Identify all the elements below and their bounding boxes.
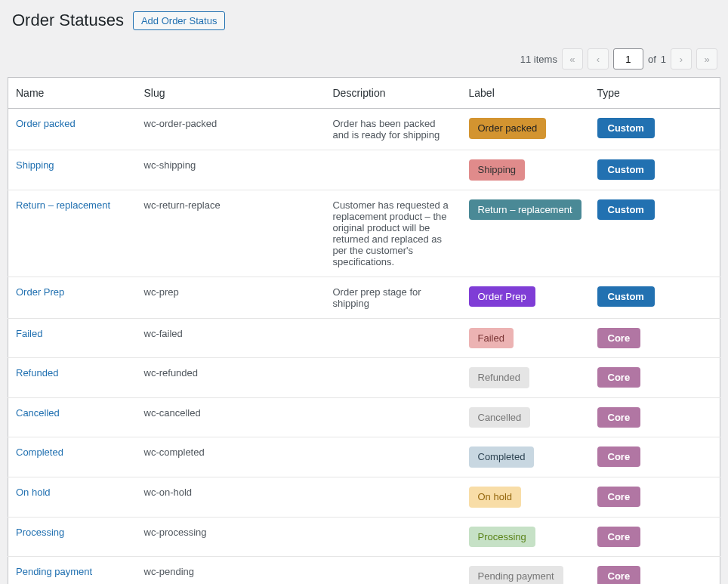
status-label-badge: Cancelled: [469, 407, 531, 428]
status-label-badge: Shipping: [469, 159, 526, 181]
row-name-link[interactable]: Cancelled: [16, 407, 60, 419]
type-badge: Core: [597, 328, 641, 348]
row-slug: wc-return-replace: [137, 190, 325, 277]
type-badge: Core: [597, 407, 641, 428]
table-row: On holdwc-on-holdOn holdCore: [8, 477, 720, 517]
table-row: Refundedwc-refundedRefundedCore: [8, 358, 720, 398]
items-count: 11 items: [520, 54, 557, 65]
row-slug: wc-failed: [137, 318, 325, 358]
row-slug: wc-shipping: [137, 150, 325, 190]
row-slug: wc-cancelled: [137, 397, 325, 437]
table-header-row: Name Slug Description Label Type: [8, 78, 720, 109]
type-badge: Core: [597, 367, 641, 388]
col-description: Description: [325, 78, 461, 109]
table-row: Pending paymentwc-pendingPending payment…: [8, 557, 720, 584]
total-pages: 1: [661, 54, 666, 65]
row-slug: wc-prep: [137, 277, 325, 318]
status-label-badge: Completed: [469, 446, 535, 468]
type-badge: Custom: [597, 118, 655, 138]
col-label: Label: [461, 78, 590, 109]
last-page-button[interactable]: »: [696, 48, 717, 70]
table-row: Order packedwc-order-packedOrder has bee…: [8, 109, 720, 150]
col-type: Type: [590, 78, 720, 109]
of-label: of: [648, 54, 656, 65]
status-label-badge: On hold: [469, 487, 522, 508]
row-name-link[interactable]: Order packed: [16, 118, 76, 129]
row-name-link[interactable]: Order Prep: [16, 286, 64, 298]
type-badge: Custom: [597, 199, 655, 220]
add-order-status-button[interactable]: Add Order Status: [133, 11, 225, 30]
page-header: Order Statuses Add Order Status: [12, 11, 720, 30]
row-slug: wc-on-hold: [137, 477, 325, 517]
type-badge: Core: [597, 487, 641, 507]
order-statuses-table: Name Slug Description Label Type Order p…: [8, 77, 720, 584]
row-name-link[interactable]: On hold: [16, 487, 51, 498]
row-description: [325, 397, 461, 437]
row-description: [325, 437, 461, 477]
type-badge: Core: [597, 446, 641, 467]
type-badge: Custom: [597, 159, 655, 180]
row-name-link[interactable]: Pending payment: [16, 566, 92, 577]
status-label-badge: Return – replacement: [469, 199, 581, 221]
page-title: Order Statuses: [12, 11, 124, 30]
row-name-link[interactable]: Completed: [16, 446, 63, 458]
row-description: [325, 150, 461, 190]
row-slug: wc-completed: [137, 437, 325, 477]
status-label-badge: Order packed: [469, 118, 547, 139]
row-slug: wc-order-packed: [137, 109, 325, 150]
row-name-link[interactable]: Failed: [16, 328, 42, 339]
type-badge: Custom: [597, 286, 655, 307]
row-description: Order prep stage for shipping: [325, 277, 461, 318]
table-row: Return – replacementwc-return-replaceCus…: [8, 190, 720, 277]
col-name[interactable]: Name: [8, 78, 137, 109]
row-description: [325, 477, 461, 517]
row-name-link[interactable]: Return – replacement: [16, 199, 110, 211]
table-row: Failedwc-failedFailedCore: [8, 318, 720, 358]
status-label-badge: Processing: [469, 527, 535, 548]
row-slug: wc-pending: [137, 557, 325, 584]
row-description: [325, 517, 461, 557]
status-label-badge: Pending payment: [469, 566, 563, 584]
table-row: Processingwc-processingProcessingCore: [8, 517, 720, 557]
row-description: Order has been packed and is ready for s…: [325, 109, 461, 150]
current-page-input[interactable]: [613, 48, 643, 70]
status-label-badge: Failed: [469, 328, 514, 349]
pagination: 11 items « ‹ of 1 › »: [8, 44, 720, 77]
next-page-button[interactable]: ›: [671, 48, 692, 70]
col-slug: Slug: [137, 78, 325, 109]
row-description: [325, 318, 461, 358]
first-page-button[interactable]: «: [562, 48, 583, 70]
status-label-badge: Order Prep: [469, 286, 535, 307]
row-description: Customer has requested a replacement pro…: [325, 190, 461, 277]
prev-page-button[interactable]: ‹: [588, 48, 609, 70]
type-badge: Core: [597, 527, 641, 547]
status-label-badge: Refunded: [469, 367, 529, 388]
row-name-link[interactable]: Shipping: [16, 159, 54, 171]
type-badge: Core: [597, 566, 641, 584]
table-row: Order Prepwc-prepOrder prep stage for sh…: [8, 277, 720, 318]
table-row: Cancelledwc-cancelledCancelledCore: [8, 397, 720, 437]
row-slug: wc-refunded: [137, 358, 325, 398]
table-row: Shippingwc-shippingShippingCustom: [8, 150, 720, 190]
row-description: [325, 358, 461, 398]
row-description: [325, 557, 461, 584]
row-name-link[interactable]: Processing: [16, 527, 64, 538]
table-row: Completedwc-completedCompletedCore: [8, 437, 720, 477]
row-name-link[interactable]: Refunded: [16, 367, 58, 379]
row-slug: wc-processing: [137, 517, 325, 557]
